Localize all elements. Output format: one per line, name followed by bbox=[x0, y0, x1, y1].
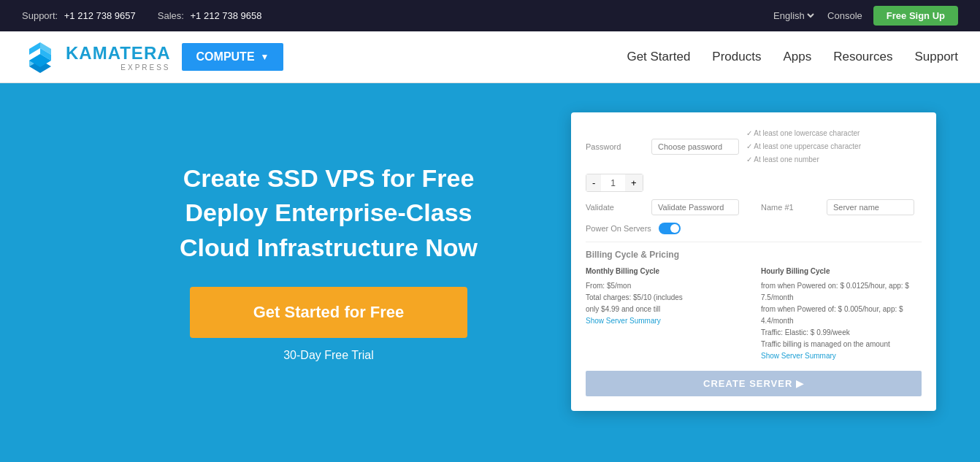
sales-info: Sales: +1 212 738 9658 bbox=[158, 10, 262, 21]
header-left: KAMATERA EXPRESS COMPUTE ▼ bbox=[22, 39, 283, 75]
language-selector[interactable]: English bbox=[770, 9, 816, 22]
hero-title: Create SSD VPS for Free Deploy Enterpris… bbox=[146, 161, 511, 266]
svg-marker-2 bbox=[29, 42, 40, 55]
kamatera-logo-icon bbox=[22, 39, 58, 75]
hourly-billing: Hourly Billing Cycle from when Powered o… bbox=[761, 266, 922, 362]
hero-content: Create SSD VPS for Free Deploy Enterpris… bbox=[146, 161, 511, 363]
monthly-billing: Monthly Billing Cycle From: $5/mon Total… bbox=[586, 266, 746, 362]
quantity-plus-button[interactable]: + bbox=[625, 174, 643, 191]
dashboard-preview-container: Password ✓ At least one lowercase charac… bbox=[571, 112, 936, 411]
console-link[interactable]: Console bbox=[827, 10, 862, 21]
quantity-minus-button[interactable]: - bbox=[586, 174, 601, 191]
support-info: Support: +1 212 738 9657 bbox=[22, 10, 136, 21]
password-input[interactable] bbox=[651, 139, 739, 155]
hourly-server-link[interactable]: Show Server Summary bbox=[761, 352, 836, 360]
compute-dropdown-button[interactable]: COMPUTE ▼ bbox=[182, 43, 284, 71]
top-bar-contacts: Support: +1 212 738 9657 Sales: +1 212 7… bbox=[22, 10, 261, 21]
dashboard-preview: Password ✓ At least one lowercase charac… bbox=[571, 112, 936, 411]
create-server-button[interactable]: CREATE SERVER ▶ bbox=[586, 371, 922, 396]
validate-label: Validate bbox=[586, 203, 644, 212]
password-row: Password ✓ At least one lowercase charac… bbox=[586, 127, 922, 192]
features-section: ✓ 24/7 bbox=[0, 440, 980, 462]
power-toggle[interactable] bbox=[659, 223, 681, 234]
monthly-server-link[interactable]: Show Server Summary bbox=[586, 317, 661, 325]
validate-input[interactable] bbox=[651, 199, 739, 215]
power-label: Power On Servers bbox=[586, 224, 651, 233]
password-label: Password bbox=[586, 142, 644, 151]
validate-row: Validate Name #1 bbox=[586, 199, 922, 215]
name-label: Name #1 bbox=[761, 203, 819, 212]
nav-products[interactable]: Products bbox=[712, 50, 761, 64]
billing-title: Billing Cycle & Pricing bbox=[586, 250, 922, 260]
billing-options: Monthly Billing Cycle From: $5/mon Total… bbox=[586, 266, 922, 362]
hero-section: Create SSD VPS for Free Deploy Enterpris… bbox=[0, 83, 980, 440]
server-name-input[interactable] bbox=[827, 199, 914, 215]
top-bar-right: English Console Free Sign Up bbox=[770, 6, 958, 26]
nav-apps[interactable]: Apps bbox=[783, 50, 811, 64]
logo-area[interactable]: KAMATERA EXPRESS bbox=[22, 39, 171, 75]
validation-hints: ✓ At least one lowercase character ✓ At … bbox=[746, 127, 861, 166]
power-on-row: Power On Servers bbox=[586, 223, 922, 234]
nav-get-started[interactable]: Get Started bbox=[627, 50, 690, 64]
header: KAMATERA EXPRESS COMPUTE ▼ Get Started P… bbox=[0, 31, 980, 83]
free-signup-button[interactable]: Free Sign Up bbox=[873, 6, 958, 26]
logo-text: KAMATERA EXPRESS bbox=[66, 43, 171, 72]
billing-section: Billing Cycle & Pricing Monthly Billing … bbox=[586, 242, 922, 396]
nav-resources[interactable]: Resources bbox=[833, 50, 892, 64]
quantity-value: 1 bbox=[605, 178, 621, 188]
top-bar: Support: +1 212 738 9657 Sales: +1 212 7… bbox=[0, 0, 980, 31]
get-started-button[interactable]: Get Started for Free bbox=[190, 287, 467, 338]
trial-text: 30-Day Free Trial bbox=[146, 349, 511, 362]
main-nav: Get Started Products Apps Resources Supp… bbox=[627, 50, 958, 64]
quantity-control: - 1 + bbox=[586, 174, 643, 192]
nav-support[interactable]: Support bbox=[914, 50, 958, 64]
compute-arrow-icon: ▼ bbox=[261, 52, 269, 62]
